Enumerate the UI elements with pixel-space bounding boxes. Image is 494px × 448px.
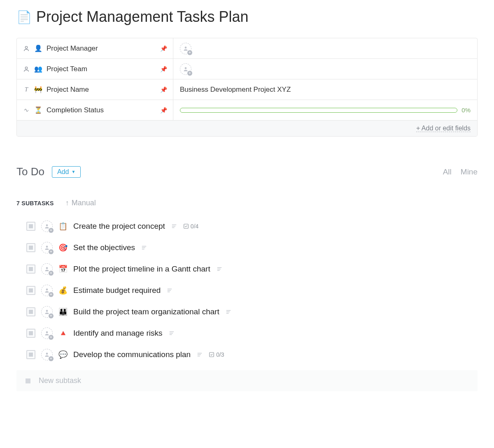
task-row[interactable]: +📅Plot the project timeline in a Gantt c… (26, 258, 478, 280)
project-name-icon: 🚧 (34, 86, 42, 93)
person-type-icon (23, 66, 30, 72)
assign-person-icon[interactable]: + (41, 327, 53, 339)
task-emoji-icon: 📅 (58, 265, 68, 274)
filter-all[interactable]: All (443, 167, 452, 176)
description-icon (141, 245, 147, 251)
svg-rect-33 (210, 353, 214, 357)
svg-point-3 (185, 67, 187, 69)
add-person-icon[interactable]: + (180, 63, 191, 75)
task-emoji-icon: 🎯 (58, 243, 68, 252)
progress-bar (180, 108, 457, 113)
field-row-completion-status[interactable]: ⏳ Completion Status 📌 0% (17, 100, 477, 121)
svg-point-0 (25, 46, 27, 48)
assign-person-icon[interactable]: + (41, 349, 53, 360)
task-checkbox[interactable] (26, 222, 35, 231)
description-icon (225, 309, 232, 315)
sort-mode[interactable]: ↑ Manual (65, 199, 96, 207)
task-checkbox[interactable] (26, 265, 35, 274)
task-row[interactable]: +📋Create the project concept0/4 (26, 216, 478, 237)
section-title: To Do (16, 165, 44, 178)
svg-point-17 (46, 288, 48, 290)
task-emoji-icon: 📋 (58, 222, 68, 231)
new-subtask-input[interactable] (38, 376, 468, 385)
task-row[interactable]: +👪Build the project team organizational … (26, 301, 478, 323)
task-checkbox[interactable] (26, 286, 35, 295)
task-checkbox[interactable] (26, 243, 35, 252)
svg-rect-8 (184, 224, 189, 229)
project-manager-icon: 👤 (34, 44, 42, 52)
task-title: Identify and manage risks (73, 329, 163, 338)
page-title: Project Management Tasks Plan (36, 8, 249, 26)
task-row[interactable]: +🎯Set the objectives (26, 237, 478, 258)
field-label: Completion Status (47, 106, 104, 114)
add-button[interactable]: Add ▼ (52, 166, 81, 178)
description-icon (216, 266, 223, 272)
assign-person-icon[interactable]: + (41, 285, 53, 296)
description-icon (196, 352, 203, 357)
sort-label: Manual (72, 199, 96, 207)
task-title: Plot the project timeline in a Gantt cha… (73, 265, 210, 274)
field-value[interactable]: Business Development Project XYZ (173, 79, 477, 100)
svg-point-4 (46, 224, 48, 226)
description-icon (171, 223, 177, 229)
formula-type-icon (23, 107, 30, 113)
field-label: Project Team (47, 65, 87, 73)
task-list: +📋Create the project concept0/4+🎯Set the… (16, 216, 478, 365)
svg-point-2 (25, 67, 27, 69)
svg-point-25 (46, 331, 48, 333)
pin-icon[interactable]: 📌 (160, 107, 167, 114)
subtask-progress: 0/4 (183, 223, 198, 230)
task-row[interactable]: +💬Develop the communications plan0/3 (26, 344, 478, 365)
subtask-count: 7 SUBTASKS (16, 200, 54, 207)
task-emoji-icon: 🔺 (58, 329, 68, 338)
task-row[interactable]: +💰Estimate budget required (26, 280, 478, 301)
progress-percent: 0% (461, 107, 471, 114)
svg-point-9 (46, 246, 48, 248)
add-person-icon[interactable]: + (180, 43, 191, 54)
description-icon (166, 288, 173, 293)
subtask-progress: 0/3 (209, 351, 224, 358)
chevron-down-icon: ▼ (71, 169, 75, 174)
field-row-project-name[interactable]: T 🚧 Project Name 📌 Business Development … (17, 79, 477, 100)
svg-point-29 (46, 353, 48, 355)
field-value[interactable]: + (173, 59, 477, 79)
svg-point-13 (46, 267, 48, 269)
assign-person-icon[interactable]: + (41, 221, 53, 232)
field-row-project-manager[interactable]: 👤 Project Manager 📌 + (17, 38, 477, 59)
description-icon (168, 330, 175, 336)
arrow-up-icon: ↑ (65, 199, 69, 207)
task-emoji-icon: 👪 (58, 307, 68, 316)
field-label: Project Manager (47, 44, 98, 53)
task-row[interactable]: +🔺Identify and manage risks (26, 323, 478, 344)
task-title: Develop the communications plan (73, 350, 191, 359)
fields-card: 👤 Project Manager 📌 + 👥 Project Team 📌 (16, 38, 478, 137)
svg-point-1 (185, 46, 187, 49)
project-team-icon: 👥 (34, 65, 42, 73)
field-value[interactable]: + (173, 38, 477, 58)
text-type-icon: T (23, 86, 30, 93)
assign-person-icon[interactable]: + (41, 263, 53, 275)
assign-person-icon[interactable]: + (41, 242, 53, 253)
task-checkbox[interactable] (26, 350, 35, 359)
assign-person-icon[interactable]: + (41, 306, 53, 318)
svg-point-21 (46, 310, 48, 312)
field-label: Project Name (47, 86, 89, 94)
new-subtask-row[interactable] (16, 370, 478, 391)
task-title: Build the project team organizational ch… (73, 307, 219, 316)
task-title: Set the objectives (73, 243, 135, 252)
person-type-icon (23, 45, 30, 52)
task-title: Estimate budget required (73, 286, 161, 295)
new-subtask-icon (26, 378, 30, 383)
pin-icon[interactable]: 📌 (160, 45, 167, 52)
filter-mine[interactable]: Mine (461, 167, 478, 176)
pin-icon[interactable]: 📌 (160, 66, 167, 72)
task-checkbox[interactable] (26, 307, 35, 316)
pin-icon[interactable]: 📌 (160, 86, 167, 93)
completion-status-icon: ⏳ (34, 106, 42, 114)
task-emoji-icon: 💰 (58, 286, 68, 295)
task-title: Create the project concept (73, 222, 165, 231)
task-checkbox[interactable] (26, 329, 35, 338)
add-edit-fields-link[interactable]: + Add or edit fields (416, 125, 471, 132)
field-row-project-team[interactable]: 👥 Project Team 📌 + (17, 59, 477, 79)
field-value[interactable]: 0% (173, 100, 477, 120)
